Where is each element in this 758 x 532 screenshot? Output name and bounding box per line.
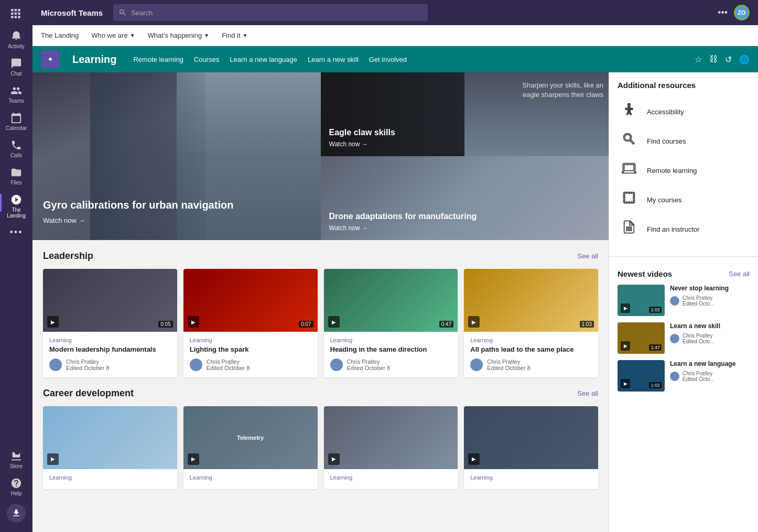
learning-logo xyxy=(41,50,60,69)
hero-left[interactable]: Gyro calibrations for urban navigation W… xyxy=(33,72,321,240)
thumb-bg-1 xyxy=(43,269,177,332)
video-card-1[interactable]: ▶ 0:05 Learning Modern leadership fundam… xyxy=(43,269,177,377)
newest-videos-title: Newest videos xyxy=(618,269,672,278)
author-avatar-4 xyxy=(470,359,483,371)
newest-see-all[interactable]: See all xyxy=(729,270,750,278)
duration-3: 0:47 xyxy=(439,321,453,328)
learning-nav-skill[interactable]: Learn a new skill xyxy=(308,56,359,63)
hero-right-bottom[interactable]: Drone adaptations for manufacturing Watc… xyxy=(321,156,609,240)
leadership-see-all[interactable]: See all xyxy=(577,252,598,260)
newest-video-2[interactable]: ▶ 1:47 Learn a new skill Chris Pratley E… xyxy=(618,322,750,354)
play-icon-1: ▶ xyxy=(47,316,59,328)
chevron-down-icon: ▼ xyxy=(204,32,209,38)
search-input[interactable] xyxy=(131,9,423,17)
resource-my-courses[interactable]: My courses xyxy=(618,185,750,214)
user-avatar[interactable]: ZO xyxy=(734,5,750,20)
chevron-down-icon: ▼ xyxy=(243,32,248,38)
svg-rect-2 xyxy=(18,9,20,11)
sidebar-item-landing[interactable]: The Landing xyxy=(0,190,33,223)
resource-find-instructor[interactable]: Find an instructor xyxy=(618,214,750,244)
sidebar-item-activity[interactable]: Activity xyxy=(0,26,33,53)
newest-video-1[interactable]: ▶ 1:02 Never stop learning Chris Pratley… xyxy=(618,285,750,316)
resource-find-courses[interactable]: Find courses xyxy=(618,126,750,156)
resources-divider xyxy=(609,256,758,257)
newest-play-2: ▶ xyxy=(621,341,630,351)
sidebar-landing-label: The Landing xyxy=(2,207,30,219)
search-container xyxy=(113,4,428,21)
video-thumb-3: ▶ 0:47 xyxy=(324,269,458,332)
topnav-who-we-are[interactable]: Who we are ▼ xyxy=(91,29,135,41)
career-see-all[interactable]: See all xyxy=(577,389,598,397)
career-card-2[interactable]: Telemetry ▶ Learning xyxy=(183,406,318,489)
topnav-happening-label: What's happening xyxy=(148,31,202,39)
sidebar-item-help[interactable]: Help xyxy=(0,473,33,501)
author-date-4: Edited October 8 xyxy=(487,365,530,371)
more-options-button[interactable]: ••• xyxy=(718,7,728,18)
sidebar-item-files[interactable]: Files xyxy=(0,162,33,190)
career-play-4: ▶ xyxy=(468,453,480,465)
sidebar-item-more[interactable]: ••• xyxy=(0,223,33,242)
career-card-3[interactable]: ▶ Learning xyxy=(324,406,458,489)
sidebar-item-calls[interactable]: Calls xyxy=(0,135,33,162)
resource-accessibility[interactable]: Accessibility xyxy=(618,97,750,126)
body-content: Gyro calibrations for urban navigation W… xyxy=(33,72,758,532)
career-play-3: ▶ xyxy=(328,453,340,465)
svg-rect-0 xyxy=(11,9,13,11)
star-icon[interactable]: ☆ xyxy=(695,55,702,64)
learning-nav-courses[interactable]: Courses xyxy=(194,56,219,63)
sidebar-item-store[interactable]: Store xyxy=(0,446,33,473)
career-card-1[interactable]: ▶ Learning xyxy=(43,406,177,489)
learning-nav-language[interactable]: Learn a new language xyxy=(230,56,297,63)
video-category-1: Learning xyxy=(49,337,171,343)
newest-title-2: Learn a new skill xyxy=(670,322,750,331)
hero-right-bottom-text: Drone adaptations for manufacturing Watc… xyxy=(329,212,477,232)
video-card-2[interactable]: ▶ 0:07 Learning Lighting the spark xyxy=(183,269,318,377)
sidebar-item-chat[interactable]: Chat xyxy=(0,53,33,81)
topnav-the-landing[interactable]: The Landing xyxy=(41,29,79,41)
video-card-4[interactable]: ▶ 1:03 Learning All paths lead to the sa… xyxy=(464,269,598,377)
svg-rect-5 xyxy=(18,13,20,15)
play-icon-2: ▶ xyxy=(188,316,199,328)
bell-icon xyxy=(10,30,22,42)
content-frame: The Landing Who we are ▼ What's happenin… xyxy=(33,25,758,532)
newest-video-3[interactable]: ▶ 1:02 Learn a new language Chris Pratle… xyxy=(618,360,750,392)
newest-avatar-3 xyxy=(670,372,679,381)
career-card-4[interactable]: ▶ Learning xyxy=(464,406,598,489)
author-name-1: Chris Pratley xyxy=(66,359,110,365)
newest-author-date-3: Edited Octo... xyxy=(683,376,714,382)
sidebar: Activity Chat Teams Calendar Calls xyxy=(0,0,33,532)
topnav-find-it[interactable]: Find it ▼ xyxy=(222,29,247,41)
hero-eagle-cta[interactable]: Watch now → xyxy=(329,140,395,148)
resource-remote-learning[interactable]: Remote learning xyxy=(618,156,750,185)
hero-left-cta[interactable]: Watch now → xyxy=(43,216,233,224)
sidebar-app-grid[interactable] xyxy=(0,4,33,26)
svg-rect-8 xyxy=(18,16,20,18)
link-icon[interactable]: ⛓ xyxy=(709,55,718,64)
video-card-3[interactable]: ▶ 0:47 Learning Heading in the same dire… xyxy=(324,269,458,377)
sidebar-item-calendar[interactable]: Calendar xyxy=(0,108,33,135)
hero-left-text: Gyro calibrations for urban navigation W… xyxy=(43,199,233,224)
newest-author-name-3: Chris Pratley xyxy=(683,371,714,376)
sidebar-item-teams[interactable]: Teams xyxy=(0,81,33,108)
refresh-icon[interactable]: ↺ xyxy=(725,55,732,64)
topnav-whats-happening[interactable]: What's happening ▼ xyxy=(148,29,210,41)
additional-resources-title: Additional resources xyxy=(618,81,750,90)
main-area: Microsoft Teams ••• ZO The Landing xyxy=(33,0,758,532)
newest-videos-section: Newest videos See all ▶ 1:02 Never s xyxy=(609,261,758,406)
globe-icon[interactable]: 🌐 xyxy=(739,55,750,64)
sidebar-item-download[interactable] xyxy=(7,504,26,523)
chevron-down-icon: ▼ xyxy=(130,32,135,38)
learning-nav-involved[interactable]: Get involved xyxy=(369,56,407,63)
find-courses-icon xyxy=(622,132,636,146)
topnav-landing-label: The Landing xyxy=(41,31,79,39)
store-icon xyxy=(10,450,22,462)
career-section: Career development See all ▶ xyxy=(33,377,609,500)
hero-right-top[interactable]: Sharpen your skills, like an eagle sharp… xyxy=(321,72,609,156)
video-title-3: Heading in the same direction xyxy=(330,345,452,354)
hero-right: Sharpen your skills, like an eagle sharp… xyxy=(321,72,609,240)
hero-drone-cta[interactable]: Watch now → xyxy=(329,224,477,232)
help-icon xyxy=(10,477,22,489)
learning-nav-remote[interactable]: Remote learning xyxy=(133,56,183,63)
author-avatar-3 xyxy=(330,359,343,371)
newest-play-1: ▶ xyxy=(621,303,630,313)
